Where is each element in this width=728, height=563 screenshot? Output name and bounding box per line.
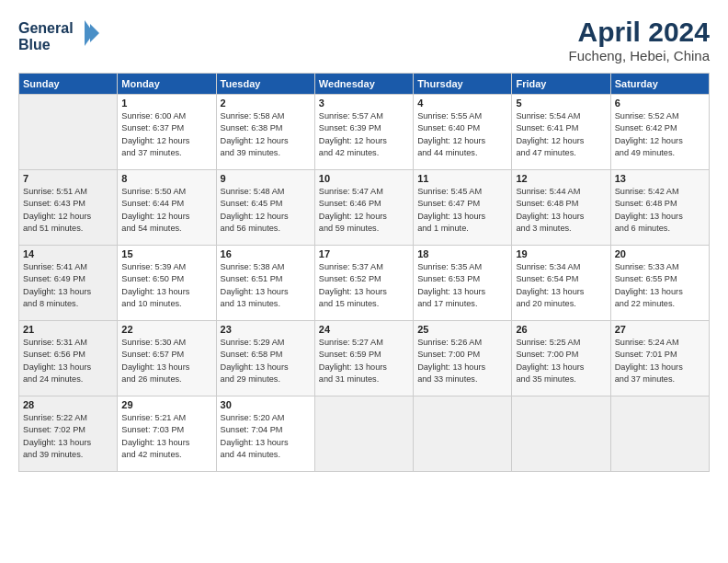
- day-number: 21: [23, 324, 113, 335]
- cell-w3-d0: 14Sunrise: 5:41 AMSunset: 6:49 PMDayligh…: [19, 246, 118, 321]
- day-info: Sunrise: 5:58 AMSunset: 6:38 PMDaylight:…: [221, 110, 311, 159]
- cell-w1-d4: 4Sunrise: 5:55 AMSunset: 6:40 PMDaylight…: [414, 95, 512, 170]
- info-line: Sunset: 6:42 PM: [615, 123, 677, 132]
- info-line: Daylight: 13 hours: [417, 362, 485, 372]
- day-number: 15: [121, 248, 211, 259]
- info-line: and 39 minutes.: [23, 450, 83, 459]
- cell-w5-d6: [610, 396, 709, 472]
- info-line: Sunrise: 5:39 AM: [121, 262, 186, 271]
- week-row-1: 1Sunrise: 6:00 AMSunset: 6:37 PMDaylight…: [19, 95, 710, 170]
- day-number: 1: [121, 98, 211, 109]
- info-line: and 44 minutes.: [221, 450, 280, 459]
- day-info: Sunrise: 5:37 AMSunset: 6:52 PMDaylight:…: [319, 261, 409, 310]
- info-line: Sunrise: 5:33 AM: [615, 262, 679, 271]
- day-number: 7: [23, 173, 113, 184]
- cell-w4-d1: 22Sunrise: 5:30 AMSunset: 6:57 PMDayligh…: [118, 321, 216, 396]
- info-line: and 51 minutes.: [23, 224, 83, 233]
- day-number: 27: [615, 324, 705, 335]
- svg-marker-3: [90, 24, 99, 42]
- col-monday: Monday: [118, 74, 216, 95]
- info-line: Sunrise: 5:48 AM: [221, 187, 285, 196]
- info-line: Daylight: 13 hours: [516, 287, 584, 296]
- day-info: Sunrise: 5:29 AMSunset: 6:58 PMDaylight:…: [221, 337, 311, 385]
- info-line: and 22 minutes.: [615, 299, 675, 308]
- info-line: Daylight: 12 hours: [121, 212, 189, 221]
- info-line: Sunset: 6:50 PM: [121, 274, 184, 283]
- cell-w1-d5: 5Sunrise: 5:54 AMSunset: 6:41 PMDaylight…: [512, 95, 610, 170]
- day-info: Sunrise: 5:41 AMSunset: 6:49 PMDaylight:…: [23, 261, 113, 310]
- info-line: Sunrise: 5:35 AM: [417, 262, 482, 271]
- cell-w3-d6: 20Sunrise: 5:33 AMSunset: 6:55 PMDayligh…: [610, 246, 709, 321]
- info-line: Daylight: 13 hours: [417, 287, 485, 296]
- header: General Blue April 2024 Fucheng, Hebei, …: [18, 17, 710, 63]
- day-number: 11: [417, 173, 507, 184]
- info-line: and 24 minutes.: [23, 374, 83, 384]
- day-number: 5: [516, 98, 606, 109]
- day-info: Sunrise: 5:50 AMSunset: 6:44 PMDaylight:…: [121, 186, 211, 235]
- cell-w5-d4: [414, 396, 512, 472]
- svg-text:General: General: [18, 20, 74, 36]
- info-line: and 26 minutes.: [121, 374, 181, 384]
- info-line: Sunset: 6:47 PM: [417, 199, 480, 208]
- info-line: and 10 minutes.: [121, 299, 181, 308]
- day-info: Sunrise: 5:27 AMSunset: 6:59 PMDaylight:…: [319, 337, 409, 385]
- day-info: Sunrise: 5:31 AMSunset: 6:56 PMDaylight:…: [23, 337, 113, 385]
- info-line: Daylight: 13 hours: [121, 438, 189, 447]
- cell-w3-d2: 16Sunrise: 5:38 AMSunset: 6:51 PMDayligh…: [216, 246, 314, 321]
- cell-w1-d6: 6Sunrise: 5:52 AMSunset: 6:42 PMDaylight…: [610, 95, 709, 170]
- info-line: and 39 minutes.: [221, 148, 280, 157]
- day-number: 26: [516, 324, 606, 335]
- day-info: Sunrise: 5:51 AMSunset: 6:43 PMDaylight:…: [23, 186, 113, 235]
- day-info: Sunrise: 5:39 AMSunset: 6:50 PMDaylight:…: [121, 261, 211, 310]
- info-line: Sunrise: 5:22 AM: [23, 413, 87, 422]
- cell-w2-d0: 7Sunrise: 5:51 AMSunset: 6:43 PMDaylight…: [19, 170, 118, 246]
- day-info: Sunrise: 5:38 AMSunset: 6:51 PMDaylight:…: [221, 261, 311, 310]
- info-line: Daylight: 13 hours: [516, 212, 584, 221]
- info-line: Daylight: 12 hours: [417, 136, 485, 145]
- day-number: 20: [615, 248, 705, 259]
- info-line: Daylight: 12 hours: [516, 136, 584, 145]
- info-line: Sunrise: 5:45 AM: [417, 187, 482, 196]
- info-line: Sunset: 6:48 PM: [615, 199, 677, 208]
- day-info: Sunrise: 5:35 AMSunset: 6:53 PMDaylight:…: [417, 261, 507, 310]
- info-line: Daylight: 13 hours: [615, 212, 683, 221]
- info-line: and 49 minutes.: [615, 148, 675, 157]
- info-line: Sunset: 6:45 PM: [221, 199, 283, 208]
- day-number: 6: [615, 98, 705, 109]
- info-line: and 44 minutes.: [417, 148, 477, 157]
- cell-w3-d4: 18Sunrise: 5:35 AMSunset: 6:53 PMDayligh…: [414, 246, 512, 321]
- logo-svg: General Blue: [18, 17, 101, 53]
- day-info: Sunrise: 5:30 AMSunset: 6:57 PMDaylight:…: [121, 337, 211, 385]
- day-info: Sunrise: 5:54 AMSunset: 6:41 PMDaylight:…: [516, 110, 606, 159]
- info-line: Sunrise: 5:30 AM: [121, 338, 186, 347]
- cell-w4-d2: 23Sunrise: 5:29 AMSunset: 6:58 PMDayligh…: [216, 321, 314, 396]
- cell-w5-d5: [512, 396, 610, 472]
- info-line: and 17 minutes.: [417, 299, 477, 308]
- info-line: Daylight: 13 hours: [417, 212, 485, 221]
- info-line: Sunset: 6:38 PM: [221, 123, 283, 132]
- day-number: 18: [417, 248, 507, 259]
- day-number: 2: [221, 98, 311, 109]
- info-line: and 29 minutes.: [221, 374, 280, 384]
- cell-w4-d4: 25Sunrise: 5:26 AMSunset: 7:00 PMDayligh…: [414, 321, 512, 396]
- day-number: 22: [121, 324, 211, 335]
- info-line: and 54 minutes.: [121, 224, 181, 233]
- day-number: 14: [23, 248, 113, 259]
- col-sunday: Sunday: [19, 74, 118, 95]
- day-number: 4: [417, 98, 507, 109]
- info-line: and 42 minutes.: [121, 450, 181, 459]
- day-info: Sunrise: 5:48 AMSunset: 6:45 PMDaylight:…: [221, 186, 311, 235]
- info-line: Sunset: 7:04 PM: [221, 425, 283, 434]
- day-info: Sunrise: 5:24 AMSunset: 7:01 PMDaylight:…: [615, 337, 705, 385]
- info-line: Daylight: 13 hours: [23, 362, 91, 372]
- info-line: Sunset: 7:00 PM: [516, 350, 578, 359]
- day-number: 8: [121, 173, 211, 184]
- info-line: and 6 minutes.: [615, 224, 670, 233]
- info-line: Sunset: 6:43 PM: [23, 199, 85, 208]
- info-line: Sunrise: 5:27 AM: [319, 338, 383, 347]
- day-number: 9: [221, 173, 311, 184]
- day-number: 29: [121, 399, 211, 410]
- cell-w1-d1: 1Sunrise: 6:00 AMSunset: 6:37 PMDaylight…: [118, 95, 216, 170]
- info-line: Daylight: 13 hours: [121, 362, 189, 372]
- info-line: Daylight: 12 hours: [221, 136, 289, 145]
